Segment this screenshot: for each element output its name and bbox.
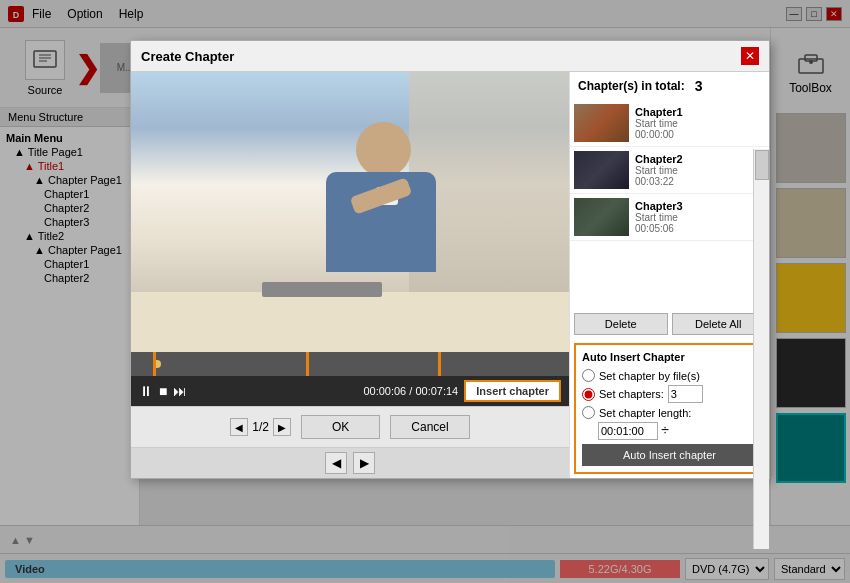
chapter-thumb-3 xyxy=(574,198,629,236)
delete-all-button[interactable]: Delete All xyxy=(672,313,766,335)
chapter-item-3[interactable]: Chapter3 Start time 00:05:06 xyxy=(570,194,769,241)
next-page-button[interactable]: ▶ xyxy=(273,418,291,436)
timeline[interactable] xyxy=(131,352,569,376)
left-arrow-button[interactable]: ◀ xyxy=(325,452,347,474)
nav-row: ◀ 1/2 ▶ OK Cancel xyxy=(131,406,569,447)
radio-row-3: Set chapter length: xyxy=(582,406,757,419)
timeline-marker-1 xyxy=(153,352,156,376)
page-nav: ◀ 1/2 ▶ xyxy=(230,418,291,436)
radio-by-file-label: Set chapter by file(s) xyxy=(599,370,700,382)
time-display: 00:00:06 / 00:07:14 xyxy=(363,385,458,397)
auto-insert-section: Auto Insert Chapter Set chapter by file(… xyxy=(574,343,765,474)
radio-row-1: Set chapter by file(s) xyxy=(582,369,757,382)
modal-body: ⏸ ■ ⏭ 00:00:06 / 00:07:14 Insert chapter… xyxy=(131,72,769,478)
chapter-item-2[interactable]: Chapter2 Start time 00:03:22 xyxy=(570,147,769,194)
chapter-starttime-label-3: Start time xyxy=(635,212,683,223)
radio-set-chapters-label: Set chapters: xyxy=(599,388,664,400)
chapter-info-2: Chapter2 Start time 00:03:22 xyxy=(635,153,683,187)
modal-title: Create Chapter xyxy=(141,49,234,64)
play-pause-button[interactable]: ⏸ xyxy=(139,383,153,399)
chapter-name-3: Chapter3 xyxy=(635,200,683,212)
video-controls: ⏸ ■ ⏭ 00:00:06 / 00:07:14 Insert chapter xyxy=(131,376,569,406)
ok-button[interactable]: OK xyxy=(301,415,380,439)
radio-by-file[interactable] xyxy=(582,369,595,382)
auto-insert-title: Auto Insert Chapter xyxy=(582,351,757,363)
chapter-starttime-label-1: Start time xyxy=(635,118,683,129)
chapter-name-2: Chapter2 xyxy=(635,153,683,165)
chapter-name-1: Chapter1 xyxy=(635,106,683,118)
chapter-length-input[interactable] xyxy=(598,422,658,440)
video-player xyxy=(131,72,569,352)
modal-right-panel: Chapter(s) in total: 3 Chapter1 Start ti… xyxy=(569,72,769,478)
timeline-marker-3 xyxy=(438,352,441,376)
chapters-total: Chapter(s) in total: 3 xyxy=(570,72,769,100)
insert-chapter-button[interactable]: Insert chapter xyxy=(464,380,561,402)
chapter-info-1: Chapter1 Start time 00:00:00 xyxy=(635,106,683,140)
chapter-item-1[interactable]: Chapter1 Start time 00:00:00 xyxy=(570,100,769,147)
scrollbar[interactable] xyxy=(753,149,769,549)
delete-button[interactable]: Delete xyxy=(574,313,668,335)
video-section: ⏸ ■ ⏭ 00:00:06 / 00:07:14 Insert chapter… xyxy=(131,72,569,478)
laptop xyxy=(262,282,382,297)
radio-row-2: Set chapters: xyxy=(582,385,757,403)
radio-set-chapters[interactable] xyxy=(582,388,595,401)
chapter-length-row: ÷ xyxy=(582,422,757,440)
time-spinner[interactable]: ÷ xyxy=(661,422,669,438)
chapter-buttons: Delete Delete All xyxy=(570,309,769,339)
scrollbar-thumb[interactable] xyxy=(755,150,769,180)
modal-header: Create Chapter ✕ xyxy=(131,41,769,72)
auto-insert-button[interactable]: Auto Insert chapter xyxy=(582,444,757,466)
page-indicator: 1/2 xyxy=(252,420,269,434)
cancel-button[interactable]: Cancel xyxy=(390,415,469,439)
scroll-arrows: ◀ ▶ xyxy=(131,447,569,478)
chapter-starttime-label-2: Start time xyxy=(635,165,683,176)
chapters-count: 3 xyxy=(695,78,703,94)
prev-page-button[interactable]: ◀ xyxy=(230,418,248,436)
right-arrow-button[interactable]: ▶ xyxy=(353,452,375,474)
chapter-list: Chapter1 Start time 00:00:00 Chapter2 St… xyxy=(570,100,769,309)
chapters-count-input[interactable] xyxy=(668,385,703,403)
chapter-info-3: Chapter3 Start time 00:05:06 xyxy=(635,200,683,234)
radio-chapter-length[interactable] xyxy=(582,406,595,419)
chapter-starttime-2: 00:03:22 xyxy=(635,176,683,187)
chapter-thumb-2 xyxy=(574,151,629,189)
timeline-marker-2 xyxy=(306,352,309,376)
chapter-starttime-1: 00:00:00 xyxy=(635,129,683,140)
modal-close-button[interactable]: ✕ xyxy=(741,47,759,65)
skip-button[interactable]: ⏭ xyxy=(173,383,187,399)
chapter-starttime-3: 00:05:06 xyxy=(635,223,683,234)
create-chapter-dialog: Create Chapter ✕ xyxy=(130,40,770,479)
radio-chapter-length-label: Set chapter length: xyxy=(599,407,691,419)
stop-button[interactable]: ■ xyxy=(159,383,167,399)
chapter-thumb-1 xyxy=(574,104,629,142)
